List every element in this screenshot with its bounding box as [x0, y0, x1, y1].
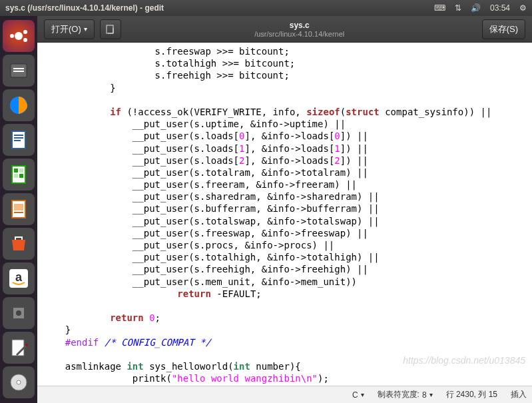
svg-point-3 — [10, 34, 14, 38]
insert-mode[interactable]: 插入 — [511, 389, 527, 400]
svg-rect-10 — [14, 137, 23, 139]
svg-rect-27 — [107, 25, 113, 33]
system-top-panel: sys.c (/usr/src/linux-4.10.14/kernel) - … — [0, 0, 532, 16]
svg-rect-19 — [14, 212, 23, 213]
svg-rect-18 — [14, 204, 23, 210]
gedit-window: 打开(O) sys.c /usr/src/linux-4.10.14/kerne… — [37, 16, 532, 403]
settings-icon[interactable]: ⚙ — [519, 3, 527, 13]
svg-rect-13 — [14, 169, 18, 173]
window-toolbar: 打开(O) sys.c /usr/src/linux-4.10.14/kerne… — [37, 16, 532, 43]
launcher-impress[interactable] — [3, 193, 35, 225]
statusbar: C 制表符宽度: 8 行 2430, 列 15 插入 — [37, 386, 532, 403]
code-content[interactable]: s.freeswap >>= bitcount; s.totalhigh >>=… — [37, 43, 532, 386]
svg-point-2 — [23, 38, 27, 42]
clock[interactable]: 03:54 — [490, 3, 510, 13]
sound-icon[interactable]: 🔊 — [471, 3, 481, 13]
cursor-position: 行 2430, 列 15 — [446, 389, 497, 400]
window-title: sys.c (/usr/src/linux-4.10.14/kernel) - … — [5, 3, 434, 13]
svg-rect-6 — [13, 71, 24, 72]
launcher-firefox[interactable] — [3, 89, 35, 121]
svg-point-1 — [23, 30, 27, 34]
svg-rect-11 — [14, 140, 21, 141]
launcher-software[interactable] — [3, 228, 35, 260]
svg-rect-14 — [19, 169, 23, 173]
unity-launcher: a — [0, 16, 37, 403]
launcher-writer[interactable] — [3, 124, 35, 156]
launcher-gedit[interactable] — [3, 332, 35, 364]
system-indicators: ⌨ ⇅ 🔊 03:54 ⚙ — [434, 3, 527, 13]
svg-point-26 — [17, 380, 21, 384]
launcher-disc[interactable] — [3, 366, 35, 398]
launcher-files[interactable] — [3, 55, 35, 87]
tab-width-selector[interactable]: 制表符宽度: 8 — [378, 389, 433, 400]
launcher-amazon[interactable]: a — [3, 262, 35, 294]
svg-rect-16 — [19, 174, 23, 178]
file-path: /usr/src/linux-4.10.14/kernel — [124, 30, 475, 38]
svg-rect-15 — [14, 174, 18, 178]
launcher-settings-tool[interactable] — [3, 297, 35, 329]
svg-text:a: a — [15, 270, 23, 284]
svg-point-0 — [15, 32, 23, 40]
watermark: https://blog.csdn.net/u013845 — [403, 355, 525, 366]
keyboard-icon[interactable]: ⌨ — [434, 3, 445, 13]
code-editor[interactable]: s.freeswap >>= bitcount; s.totalhigh >>=… — [37, 43, 532, 386]
language-selector[interactable]: C — [352, 390, 364, 400]
svg-point-23 — [16, 310, 21, 316]
save-button[interactable]: 保存(S) — [482, 19, 525, 39]
network-icon[interactable]: ⇅ — [455, 3, 461, 13]
file-name: sys.c — [124, 21, 475, 30]
new-tab-button[interactable] — [100, 19, 121, 39]
document-tab: sys.c /usr/src/linux-4.10.14/kernel — [124, 21, 475, 38]
svg-rect-5 — [13, 68, 24, 69]
launcher-dash[interactable] — [3, 20, 35, 52]
launcher-calc[interactable] — [3, 159, 35, 191]
open-button[interactable]: 打开(O) — [44, 19, 95, 39]
svg-rect-9 — [14, 135, 23, 136]
